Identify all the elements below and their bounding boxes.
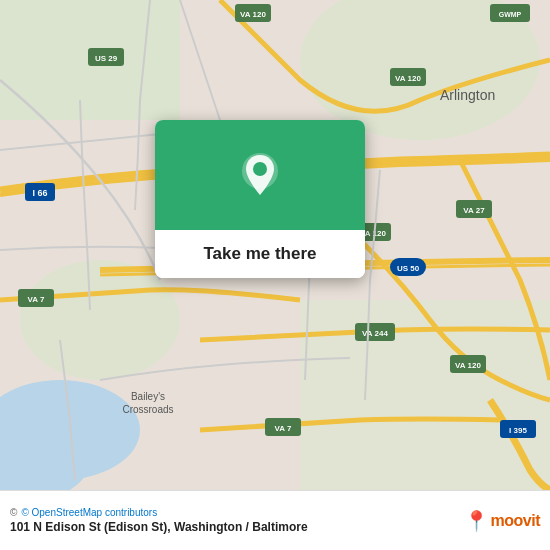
- svg-text:Bailey's: Bailey's: [131, 391, 165, 402]
- moovit-pin-icon: 📍: [464, 511, 489, 531]
- svg-text:I 395: I 395: [509, 426, 527, 435]
- svg-text:US 50: US 50: [397, 264, 420, 273]
- copyright-symbol: ©: [10, 507, 17, 518]
- svg-point-6: [20, 260, 180, 380]
- svg-text:Arlington: Arlington: [440, 87, 495, 103]
- popup-card: Take me there: [155, 120, 365, 278]
- svg-text:Crossroads: Crossroads: [122, 404, 173, 415]
- svg-text:VA 120: VA 120: [240, 10, 266, 19]
- svg-text:VA 7: VA 7: [28, 295, 45, 304]
- svg-text:VA 27: VA 27: [463, 206, 485, 215]
- footer-address-row: 101 N Edison St (Edison St), Washington …: [10, 520, 456, 534]
- svg-point-41: [253, 162, 267, 176]
- location-pin-icon: [234, 149, 286, 201]
- map-container[interactable]: I 66 I 66 US 50 US 50 VA 120 VA 120 VA 1…: [0, 0, 550, 490]
- svg-text:VA 7: VA 7: [275, 424, 292, 433]
- footer-left: © © OpenStreetMap contributors 101 N Edi…: [10, 507, 456, 534]
- popup-header: [155, 120, 365, 230]
- take-me-there-button[interactable]: Take me there: [155, 230, 365, 278]
- osm-contributors-text: © OpenStreetMap contributors: [21, 507, 157, 518]
- svg-text:VA 120: VA 120: [455, 361, 481, 370]
- svg-text:VA 120: VA 120: [395, 74, 421, 83]
- moovit-logo: 📍 moovit: [464, 511, 540, 531]
- footer-copyright-row: © © OpenStreetMap contributors: [10, 507, 456, 518]
- svg-text:GWMP: GWMP: [499, 11, 522, 18]
- svg-text:US 29: US 29: [95, 54, 118, 63]
- moovit-brand-name: moovit: [491, 512, 540, 530]
- svg-text:I 66: I 66: [32, 188, 47, 198]
- address-text: 101 N Edison St (Edison St), Washington …: [10, 520, 308, 534]
- footer-bar: © © OpenStreetMap contributors 101 N Edi…: [0, 490, 550, 550]
- svg-text:VA 244: VA 244: [362, 329, 388, 338]
